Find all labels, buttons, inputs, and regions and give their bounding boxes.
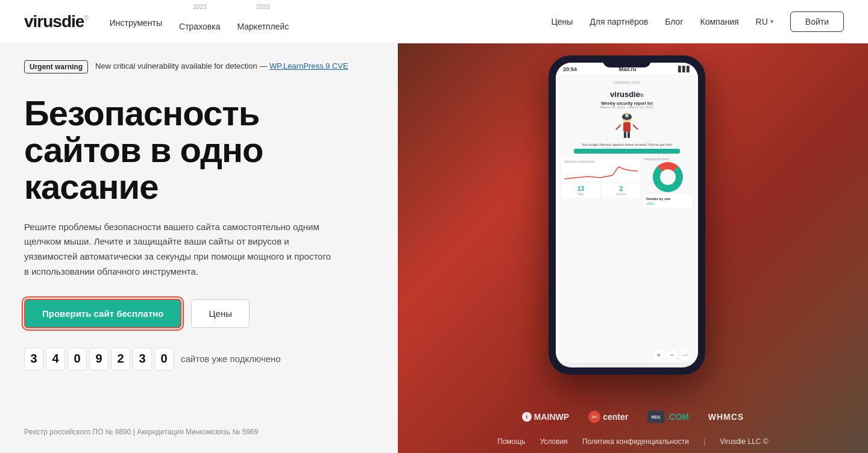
lang-selector[interactable]: RU ▾: [756, 17, 773, 27]
regcom-label: .COM: [667, 412, 689, 422]
right-footer: Помощь Условия Политика конфиденциальнос…: [398, 437, 868, 446]
phone-chart-right: Attacks blocked Details by site 22913: [644, 157, 692, 208]
svg-point-7: [625, 114, 629, 117]
phone-outer: 20:54 Mail.ru ▋▋▋ virusdie.com virusdie®…: [549, 55, 705, 375]
header: virusdie® Инструменты 2023 Страховка 202…: [0, 0, 868, 43]
logo-text: virusdie: [24, 12, 84, 31]
phone-large-counter: 22913: [646, 202, 690, 205]
svg-rect-1: [623, 122, 631, 132]
phone-logo-text: virusdie: [610, 90, 640, 99]
svg-rect-4: [624, 132, 626, 138]
rucenter-label: center: [603, 412, 628, 422]
counter-digit-6: 0: [154, 348, 174, 370]
header-right: Цены Для партнёров Блог Компания RU ▾ Во…: [551, 11, 844, 32]
nav-partners[interactable]: Для партнёров: [590, 17, 648, 27]
footer-privacy[interactable]: Политика конфиденциальности: [582, 437, 689, 446]
counter-digit-0: 3: [24, 348, 43, 370]
header-left: virusdie® Инструменты 2023 Страховка 202…: [24, 12, 422, 31]
phone-signal: ▋▋▋: [678, 66, 691, 72]
phone-mockup: 20:54 Mail.ru ▋▋▋ virusdie.com virusdie®…: [549, 55, 717, 405]
phone-time: 20:54: [563, 66, 577, 72]
warning-banner: Urgent warning New critical vulnerabilit…: [24, 58, 374, 76]
partner-whmcs: WHMCS: [708, 412, 744, 422]
phone-screen: 20:54 Mail.ru ▋▋▋ virusdie.com virusdie®…: [556, 63, 698, 367]
svg-rect-5: [627, 132, 630, 138]
phone-notch: [603, 55, 651, 67]
nav-left: Инструменты 2023 Страховка 2023 Маркетпл…: [110, 12, 289, 31]
cta-secondary-button[interactable]: Цены: [191, 299, 250, 328]
phone-report-title: Weekly security report for March 16, 202…: [562, 101, 692, 109]
phone-chart-area: Infections detected 13 files: [562, 157, 692, 208]
phone-chart-left: Infections detected 13 files: [562, 157, 640, 208]
logo-reg: ®: [84, 14, 87, 21]
cta-primary-button[interactable]: Проверить сайт бесплатно: [24, 299, 181, 328]
phone-green-button: [574, 149, 680, 154]
nav-item-instruments[interactable]: Инструменты: [110, 16, 162, 28]
phone-donut-chart: [653, 162, 683, 192]
phone-minus-icon: −: [667, 349, 678, 360]
partner-regcom: REG .COM: [647, 411, 689, 423]
phone-stats-row: 13 files 2 threats: [562, 184, 640, 198]
phone-more-icon: ···: [680, 349, 691, 360]
counter-digit-1: 4: [46, 348, 65, 370]
phone-bottom-bar: + − ···: [651, 347, 693, 363]
nav-prices[interactable]: Цены: [551, 17, 573, 27]
main-content: Urgent warning New critical vulnerabilit…: [0, 43, 868, 453]
left-panel: Urgent warning New critical vulnerabilit…: [0, 43, 398, 453]
footer-copy: Virusdie LLC ©: [720, 437, 769, 446]
nav-item-insurance[interactable]: 2023 Страховка: [179, 12, 220, 31]
left-footer: Реестр российского ПО № 9890 | Аккредита…: [24, 428, 374, 436]
insurance-badge: 2023: [193, 4, 206, 10]
phone-logo-row: virusdie.com: [562, 80, 692, 85]
counter-digit-5: 3: [133, 348, 152, 370]
phone-chart-container: Infections detected: [562, 157, 640, 181]
rucenter-icon: RU: [588, 411, 600, 423]
nav-item-marketplace[interactable]: 2023 Маркетплейс: [237, 12, 289, 31]
phone-content: virusdie.com virusdie® Weekly security r…: [556, 75, 698, 363]
phone-stat-13: 13 files: [562, 184, 600, 198]
site-counter: 3 4 0 9 2 3 0 сайтов уже подключено: [24, 348, 374, 370]
login-button[interactable]: Войти: [790, 11, 844, 32]
counter-label: сайтов уже подключено: [181, 354, 281, 364]
nav-company[interactable]: Компания: [700, 17, 739, 27]
nav-blog[interactable]: Блог: [665, 17, 683, 27]
svg-line-3: [633, 125, 638, 130]
counter-digit-4: 2: [111, 348, 130, 370]
footer-help[interactable]: Помощь: [497, 437, 525, 446]
svg-line-2: [616, 125, 621, 130]
counter-digit-3: 9: [89, 348, 108, 370]
phone-mascot: [562, 111, 692, 140]
phone-details: Details by site 22913: [644, 195, 692, 208]
footer-divider: |: [703, 437, 705, 446]
phone-stat-2: 2 threats: [602, 184, 640, 198]
right-panel: 20:54 Mail.ru ▋▋▋ virusdie.com virusdie®…: [398, 43, 868, 453]
cta-row: Проверить сайт бесплатно Цены: [24, 299, 374, 328]
mainwp-label: MAINWP: [534, 412, 569, 422]
counter-digit-2: 0: [68, 348, 87, 370]
phone-fought-text: You fought fiercely against those viruse…: [562, 143, 692, 146]
logo[interactable]: virusdie®: [24, 12, 88, 31]
lang-label: RU: [756, 17, 768, 27]
footer-terms[interactable]: Условия: [540, 437, 568, 446]
phone-site-url: virusdie.com: [614, 80, 641, 85]
marketplace-badge: 2023: [256, 4, 269, 10]
regcom-icon: REG: [647, 411, 664, 423]
hero-description: Решите проблемы безопасности вашего сайт…: [24, 220, 338, 280]
partner-mainwp: i MAINWP: [522, 412, 569, 422]
phone-brand: virusdie®: [562, 89, 692, 99]
whmcs-label: WHMCS: [708, 412, 744, 422]
warning-text: New critical vulnerability available for…: [95, 60, 348, 72]
chevron-down-icon: ▾: [770, 18, 773, 25]
warning-link[interactable]: WP.LearnPress.9.CVE: [269, 61, 348, 70]
partners-bar: i MAINWP RU center REG .COM WHMCS: [398, 411, 868, 423]
mainwp-icon: i: [522, 412, 532, 422]
hero-heading: Безопасность сайтов в одно касание: [24, 95, 374, 205]
warning-badge: Urgent warning: [24, 60, 88, 73]
partner-rucenter: RU center: [588, 411, 628, 423]
phone-plus-icon: +: [653, 349, 664, 360]
